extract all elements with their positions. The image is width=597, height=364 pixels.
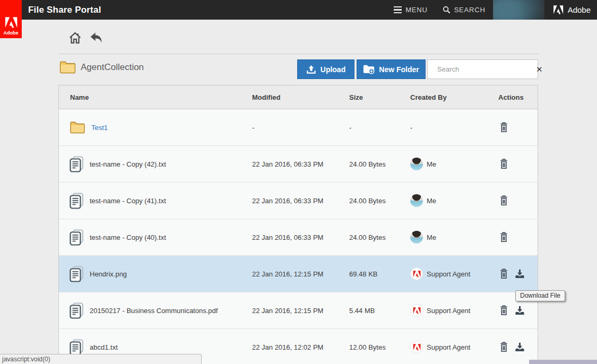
size-cell: 24.00 Bytes: [349, 233, 410, 241]
agent-adobe-icon: [413, 307, 421, 314]
header-name: Name: [59, 93, 252, 101]
horizontal-scrollbar-thumb[interactable]: [529, 360, 597, 364]
page-title: File Share Portal: [28, 0, 101, 20]
adobe-brand: Adobe: [553, 5, 591, 14]
name-cell[interactable]: test-name - Copy (40).txt: [59, 229, 252, 246]
top-bar: File Share Portal MENU SEARCH: [0, 0, 597, 20]
creator-name: Support Agent: [427, 270, 470, 278]
actions-cell: [498, 305, 538, 316]
created-by-cell: Support Agent: [410, 304, 498, 317]
new-folder-icon: [363, 64, 375, 74]
support-agent-avatar: [410, 341, 423, 353]
file-icon: [70, 302, 84, 319]
top-bar-right: MENU SEARCH Adobe: [394, 0, 591, 20]
creator-name: Me: [427, 233, 436, 241]
new-folder-label: New Folder: [379, 65, 419, 74]
download-button[interactable]: [514, 305, 525, 316]
name-cell[interactable]: test-name - Copy (42).txt: [59, 156, 252, 172]
delete-button[interactable]: [498, 268, 509, 280]
header-actions: Actions: [498, 93, 538, 101]
file-name[interactable]: Test1: [91, 124, 108, 132]
clear-search-icon[interactable]: ✕: [535, 64, 544, 74]
file-icon: [70, 156, 84, 172]
name-cell[interactable]: abcd1.txt: [59, 339, 252, 356]
breadcrumb-nav: [67, 30, 104, 45]
delete-button[interactable]: [498, 231, 509, 243]
header-size: Size: [349, 93, 410, 101]
file-name[interactable]: Hendrix.png: [90, 270, 127, 278]
actions-cell: [498, 341, 538, 353]
agent-adobe-icon: [413, 271, 421, 278]
download-button[interactable]: [514, 341, 525, 353]
adobe-badge-label: Adobe: [4, 30, 19, 36]
search-input[interactable]: [437, 65, 531, 73]
upload-icon: [306, 65, 316, 74]
created-by-cell: -: [410, 124, 498, 132]
folder-icon: [59, 60, 76, 74]
agent-adobe-icon: [413, 344, 421, 351]
name-cell[interactable]: Hendrix.png: [59, 266, 252, 282]
delete-button[interactable]: [498, 341, 509, 353]
table-header: Name Modified Size Created By Actions: [59, 85, 538, 109]
creator-name: Me: [427, 160, 436, 168]
trash-icon: [499, 159, 508, 169]
delete-button[interactable]: [498, 305, 509, 316]
user-avatar[interactable]: [493, 0, 544, 20]
download-icon: [515, 305, 525, 316]
file-name[interactable]: test-name - Copy (41).txt: [90, 197, 166, 205]
home-button[interactable]: [67, 30, 82, 45]
table-row[interactable]: Test1 - - -: [59, 109, 538, 146]
file-icon: [70, 339, 84, 356]
delete-button[interactable]: [498, 122, 509, 133]
trash-icon: [499, 268, 508, 279]
table-row[interactable]: Hendrix.png 22 Jan 2016, 12:15 PM 69.48 …: [59, 256, 538, 292]
table-row[interactable]: test-name - Copy (42).txt 22 Jan 2016, 0…: [59, 146, 538, 183]
file-name[interactable]: 20150217 - Business Communicatons.pdf: [90, 307, 218, 315]
me-avatar: [410, 158, 423, 170]
back-button[interactable]: [89, 30, 104, 45]
file-name[interactable]: abcd1.txt: [90, 343, 118, 351]
creator-name: Support Agent: [427, 307, 470, 315]
upload-button[interactable]: Upload: [297, 59, 354, 79]
modified-cell: 22 Jan 2016, 12:15 PM: [252, 270, 349, 278]
created-by-cell: Me: [410, 158, 498, 170]
size-cell: -: [349, 124, 410, 132]
actions-cell: [498, 268, 538, 280]
delete-button[interactable]: [498, 195, 509, 206]
creator-name: -: [410, 124, 412, 132]
home-icon: [68, 31, 82, 45]
global-search-button[interactable]: SEARCH: [443, 6, 486, 14]
file-name[interactable]: test-name - Copy (40).txt: [90, 233, 166, 241]
created-by-cell: Me: [410, 231, 498, 244]
actions-cell: [498, 231, 538, 243]
trash-icon: [499, 232, 508, 242]
table-row[interactable]: test-name - Copy (40).txt 22 Jan 2016, 0…: [59, 219, 538, 256]
creator-name: Me: [427, 197, 436, 205]
table-row[interactable]: test-name - Copy (41).txt 22 Jan 2016, 0…: [59, 183, 538, 219]
download-button[interactable]: [514, 268, 525, 280]
name-cell[interactable]: 20150217 - Business Communicatons.pdf: [59, 302, 252, 319]
name-cell[interactable]: Test1: [59, 120, 252, 134]
menu-button[interactable]: MENU: [394, 6, 427, 14]
menu-label: MENU: [405, 6, 427, 14]
support-agent-avatar: [410, 267, 423, 280]
search-label: SEARCH: [454, 6, 486, 14]
file-icon: [70, 266, 84, 282]
modified-cell: 22 Jan 2016, 06:33 PM: [252, 160, 349, 168]
me-avatar: [410, 231, 423, 244]
delete-button[interactable]: [498, 158, 509, 170]
trash-icon: [499, 342, 508, 352]
name-cell[interactable]: test-name - Copy (41).txt: [59, 193, 252, 209]
actions-cell: [498, 195, 538, 206]
download-icon: [515, 268, 525, 279]
modified-cell: 22 Jan 2016, 06:33 PM: [252, 197, 349, 205]
new-folder-button[interactable]: New Folder: [357, 59, 426, 79]
trash-icon: [499, 305, 508, 316]
section-divider: [58, 54, 538, 54]
table-row[interactable]: 20150217 - Business Communicatons.pdf 22…: [59, 292, 538, 329]
actions-cell: [498, 122, 538, 133]
adobe-logo-icon: [553, 5, 564, 14]
file-name[interactable]: test-name - Copy (42).txt: [90, 160, 166, 168]
folder-icon: [70, 120, 85, 134]
size-cell: 5.44 MB: [349, 307, 410, 315]
